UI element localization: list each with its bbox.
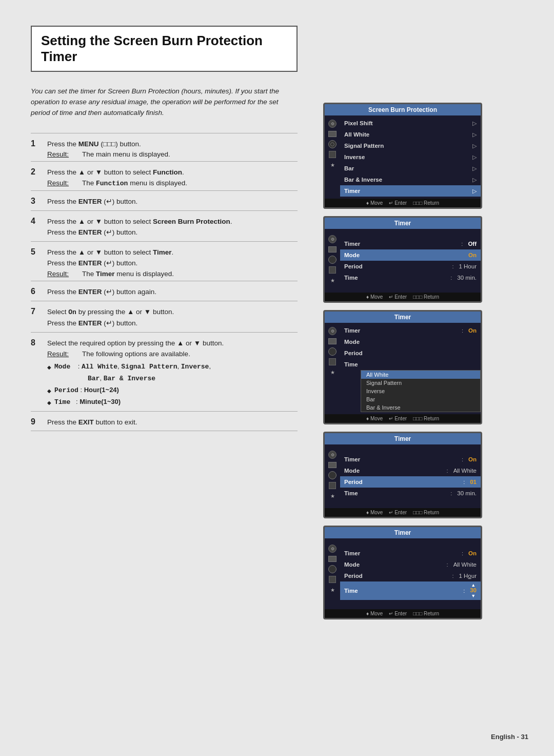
page-footer: English - 31 (491, 733, 528, 741)
result-text-5: The Timer menu is displayed. (82, 270, 174, 278)
intro-text: You can set the timer for Screen Burn Pr… (31, 86, 298, 119)
tv-row-signal-pattern: Signal Pattern▷ (340, 140, 481, 151)
tv-row-time-label: Time (340, 359, 481, 370)
step-8: 8 Select the required option by pressing… (31, 332, 298, 411)
step-1: 1 Press the MENU (□□□) button. Result: T… (31, 133, 298, 162)
tv-icon-4b (327, 460, 338, 470)
tv-row-period-1h: Period : 1 Hour (340, 261, 481, 272)
tv-header-5: Timer (325, 527, 481, 538)
result-label-5: Result: (47, 270, 78, 278)
step-content-8: Select the required option by pressing t… (47, 338, 298, 349)
step-6: 6 Press the ENTER (↵) button again. (31, 281, 298, 301)
tv-row4-period: Period : 01 (340, 476, 481, 488)
step-content-9: Press the EXIT button to exit. (47, 417, 298, 428)
tv-screen-1: Screen Burn Protection ⚙ ◯ ★ Pixel Shift (323, 103, 482, 209)
step-num-2: 2 (31, 167, 40, 177)
result-text-2: The Function menu is displayed. (82, 179, 187, 187)
tv-row4-timer: Timer : On (340, 454, 481, 465)
dropdown-signal: Signal Pattern (361, 379, 480, 387)
step-num-4: 4 (31, 217, 40, 226)
tv-footer-2: ♦ Move ↵ Enter □□□ Return (325, 293, 481, 301)
tv-header-4: Timer (325, 433, 481, 444)
tv-icon-3c (327, 347, 338, 356)
tv-header-1: Screen Burn Protection (325, 104, 481, 115)
dropdown-bar: Bar (361, 395, 480, 403)
tv-icon-1b (327, 129, 338, 139)
step-content-7: Select On by pressing the ▲ or ▼ button.… (47, 306, 298, 329)
tv-icon-2c (327, 255, 338, 264)
mode-dropdown: All White Signal Pattern Inverse Bar Bar… (361, 370, 481, 412)
step-num-1: 1 (31, 139, 40, 148)
step-content-4: Press the ▲ or ▼ button to select Screen… (47, 216, 298, 238)
step-content-6: Press the ENTER (↵) button again. (47, 286, 298, 298)
diamond-icon-period: ◆ (47, 386, 51, 396)
tv-icon-3e: ★ (327, 367, 338, 377)
tv-screen-4: Timer ⚙ ★ Timer : On (323, 432, 482, 518)
tv-icon-2d (327, 265, 338, 275)
tv-row-timer: Timer▷ (340, 185, 481, 197)
option-mode: ◆ Mode : All White, Signal Pattern, Inve… (47, 361, 298, 384)
step-num-7: 7 (31, 307, 40, 316)
step-5: 5 Press the ▲ or ▼ button to select Time… (31, 241, 298, 281)
tv-footer-4: ♦ Move ↵ Enter □□□ Return (325, 508, 481, 517)
tv-row4-time: Time : 30 min. (340, 488, 481, 499)
step-content-3: Press the ENTER (↵) button. (47, 196, 298, 207)
tv-body-5: ⚙ ★ Timer : On Mode (325, 538, 481, 609)
right-column: Screen Burn Protection ⚙ ◯ ★ Pixel Shift (318, 0, 513, 756)
tv-screen-5: Timer ⚙ ★ Timer : On (323, 526, 482, 619)
step-num-8: 8 (31, 338, 40, 347)
tv-icon-4d (327, 481, 338, 490)
options-list: ◆ Mode : All White, Signal Pattern, Inve… (31, 361, 298, 408)
tv-row5-period: Period : 1 Hour (340, 570, 481, 581)
tv-row5-mode: Mode : All White (340, 559, 481, 570)
step-num-5: 5 (31, 247, 40, 257)
tv-icon-3d (327, 357, 338, 366)
title-box: Setting the Screen Burn Protection Timer (31, 26, 298, 72)
step-num-3: 3 (31, 197, 40, 206)
option-period: ◆ Period : Hour(1~24) (47, 384, 298, 396)
tv-icon-4c (327, 471, 338, 480)
tv-screen-2: Timer ⚙ ★ Timer : Of (323, 216, 482, 303)
tv-icon-3b (327, 337, 338, 346)
tv-header-3: Timer (325, 312, 481, 323)
result-label-8: Result: (47, 350, 78, 358)
tv-row-inverse: Inverse▷ (340, 151, 481, 163)
tv-icon-1a: ⚙ (327, 119, 338, 128)
tv-icon-1e: ★ (327, 160, 338, 169)
tv-footer-3: ♦ Move ↵ Enter □□□ Return (325, 414, 481, 423)
tv-footer-1: ♦ Move ↵ Enter □□□ Return (325, 199, 481, 207)
tv-row5-time: Time : ▲ 30 ▼ (340, 581, 481, 600)
tv-row-pixel-shift: Pixel Shift▷ (340, 118, 481, 129)
step-7: 7 Select On by pressing the ▲ or ▼ butto… (31, 301, 298, 332)
step-content-2: Press the ▲ or ▼ button to select Functi… (47, 167, 298, 178)
tv-icon-3a: ⚙ (327, 326, 338, 336)
page-title: Setting the Screen Burn Protection Timer (41, 33, 287, 65)
tv-body-1: ⚙ ◯ ★ Pixel Shift▷ All White▷ (325, 115, 481, 199)
dropdown-allwhite: All White (361, 371, 480, 379)
step-4: 4 Press the ▲ or ▼ button to select Scre… (31, 210, 298, 241)
tv-icon-2e: ★ (327, 276, 338, 285)
dropdown-inverse: Inverse (361, 387, 480, 395)
left-column: Setting the Screen Burn Protection Timer… (0, 0, 318, 756)
option-time: ◆ Time : Minute(1~30) (47, 396, 298, 408)
tv-icon-5c (327, 565, 338, 574)
step-content-5: Press the ▲ or ▼ button to select Timer.… (47, 247, 298, 269)
tv-row4-mode: Mode : All White (340, 465, 481, 476)
tv-row-bar-inverse: Bar & Inverse▷ (340, 174, 481, 185)
tv-row-all-white: All White▷ (340, 129, 481, 140)
tv-row-timer-label: Timer : Off (340, 238, 481, 249)
tv-header-2: Timer (325, 218, 481, 229)
result-label-1: Result: (47, 150, 78, 158)
dropdown-bar-inverse: Bar & Inverse (361, 403, 480, 412)
tv-icon-4e: ★ (327, 491, 338, 500)
tv-row-time-30: Time : 30 min. (340, 272, 481, 283)
diamond-icon-mode: ◆ (47, 363, 51, 384)
tv-row-mode-on: Mode On (340, 249, 481, 261)
tv-icon-2a: ⚙ (327, 235, 338, 244)
step-num-9: 9 (31, 417, 40, 427)
step-content-1: Press the MENU (□□□) button. (47, 139, 298, 150)
tv-row-mode-label: Mode (340, 336, 481, 347)
page: Setting the Screen Burn Protection Timer… (0, 0, 554, 756)
result-text-1: The main menu is displayed. (82, 150, 170, 158)
tv-icon-5a: ⚙ (327, 544, 338, 553)
